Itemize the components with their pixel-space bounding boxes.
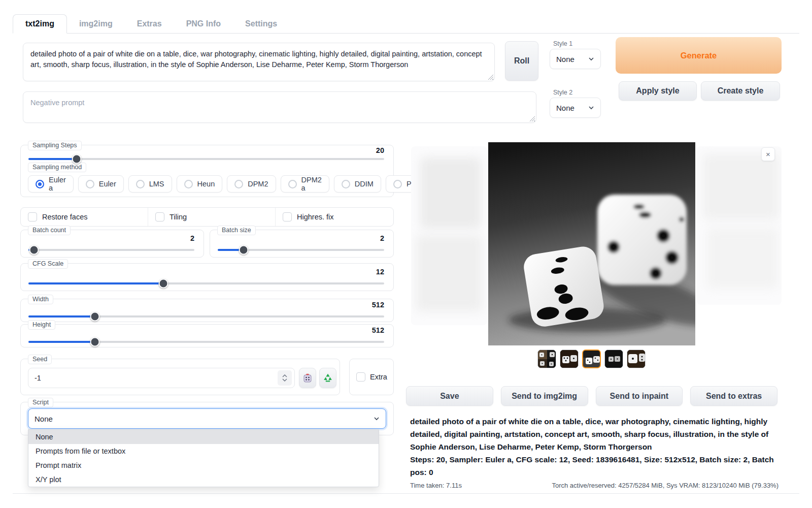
send-to-extras-button[interactable]: Send to extras: [690, 386, 777, 406]
tab-settings[interactable]: Settings: [233, 15, 289, 33]
stepper-up-icon[interactable]: [282, 374, 287, 377]
tab-bar: txt2img img2img Extras PNG Info Settings: [13, 13, 799, 34]
style2-value: None: [556, 104, 574, 112]
chevron-down-icon: [588, 105, 594, 111]
sampling-method-group: Euler a Euler LMS Heun DPM2 DPM2 a DDIM: [28, 175, 393, 193]
slider-handle[interactable]: [72, 154, 81, 164]
tab-txt2img[interactable]: txt2img: [13, 14, 67, 34]
negative-prompt-input[interactable]: [23, 91, 536, 123]
generation-info: detailed photo of a pair of white die on…: [410, 415, 779, 494]
radio-icon[interactable]: [393, 180, 402, 188]
stepper-down-icon[interactable]: [282, 378, 287, 382]
extra-checkbox[interactable]: [356, 372, 365, 382]
random-seed-button[interactable]: [299, 368, 316, 388]
options-row: Restore faces Tiling Highres. fix: [20, 207, 394, 227]
restore-faces-checkbox[interactable]: [28, 212, 37, 221]
thumbnail-1[interactable]: [560, 350, 579, 368]
cfg-scale-slider[interactable]: [28, 282, 384, 284]
container-bottom-border: [13, 493, 799, 494]
height-panel: Height 512: [20, 324, 394, 347]
script-option-prompts-from-file[interactable]: Prompts from file or textbox: [28, 444, 379, 458]
generate-button[interactable]: Generate: [616, 37, 782, 74]
batch-size-slider[interactable]: [218, 249, 384, 251]
sampler-dpm2[interactable]: DPM2: [227, 175, 276, 193]
width-panel: Width 512: [20, 299, 394, 322]
batch-count-value: 2: [190, 234, 194, 242]
highres-fix-checkbox[interactable]: [283, 212, 292, 221]
script-select[interactable]: None: [28, 408, 386, 429]
thumbnail-3[interactable]: [604, 350, 623, 368]
script-option-xy-plot[interactable]: X/Y plot: [28, 472, 379, 487]
cfg-scale-panel: CFG Scale 12: [20, 263, 394, 291]
send-to-inpaint-button[interactable]: Send to inpaint: [596, 386, 683, 406]
seed-input[interactable]: [28, 368, 295, 388]
generated-image[interactable]: [488, 142, 695, 345]
script-option-none[interactable]: None: [28, 430, 379, 444]
chevron-down-icon: [374, 416, 380, 422]
tab-img2img[interactable]: img2img: [67, 15, 125, 33]
script-dropdown-menu: None Prompts from file or textbox Prompt…: [28, 429, 379, 487]
radio-icon[interactable]: [288, 180, 297, 188]
tab-extras[interactable]: Extras: [125, 15, 174, 33]
recycle-icon: [323, 373, 333, 383]
sampler-heun[interactable]: Heun: [177, 175, 223, 193]
extra-panel[interactable]: Extra: [349, 359, 394, 395]
close-gallery-button[interactable]: ×: [761, 147, 775, 161]
radio-icon[interactable]: [342, 180, 350, 188]
tab-png-info[interactable]: PNG Info: [174, 15, 233, 33]
output-params-text: Steps: 20, Sampler: Euler a, CFG scale: …: [410, 453, 779, 479]
radio-icon[interactable]: [86, 180, 94, 188]
batch-size-panel: Batch size 2: [210, 230, 394, 258]
close-icon: ×: [766, 150, 770, 158]
reuse-seed-button[interactable]: [319, 368, 336, 388]
sampling-method-label: Sampling method: [28, 163, 86, 172]
radio-icon[interactable]: [36, 180, 44, 188]
style1-value: None: [556, 55, 574, 64]
apply-style-button[interactable]: Apply style: [619, 81, 697, 101]
slider-handle[interactable]: [90, 337, 100, 347]
dice-photo: [488, 142, 695, 345]
style1-select[interactable]: None: [550, 49, 601, 69]
extra-label: Extra: [370, 373, 387, 381]
sampling-steps-label: Sampling Steps: [28, 141, 82, 150]
roll-button[interactable]: Roll: [505, 41, 538, 81]
radio-icon[interactable]: [136, 180, 145, 188]
thumbnail-grid[interactable]: [537, 350, 556, 368]
slider-handle[interactable]: [29, 245, 39, 255]
sampling-steps-slider[interactable]: [28, 158, 384, 160]
radio-icon[interactable]: [184, 180, 193, 188]
radio-icon[interactable]: [234, 180, 243, 188]
slider-handle[interactable]: [239, 245, 248, 255]
tiling-option[interactable]: Tiling: [148, 208, 275, 226]
batch-count-slider[interactable]: [28, 249, 194, 251]
gallery-actions: Save Send to img2img Send to inpaint Sen…: [406, 386, 777, 406]
width-slider[interactable]: [28, 315, 384, 318]
sampler-dpm2-a[interactable]: DPM2 a: [281, 175, 329, 193]
slider-handle[interactable]: [90, 312, 100, 322]
highres-fix-option[interactable]: Highres. fix: [275, 208, 393, 226]
batch-size-label: Batch size: [217, 226, 256, 235]
sampler-ddim[interactable]: DDIM: [334, 175, 381, 193]
tiling-checkbox[interactable]: [155, 212, 164, 221]
gallery-thumbnails: [537, 350, 646, 368]
txt2img-app: txt2img img2img Extras PNG Info Settings…: [0, 0, 812, 508]
seed-panel: Seed: [20, 359, 340, 395]
create-style-button[interactable]: Create style: [701, 81, 780, 101]
send-to-img2img-button[interactable]: Send to img2img: [501, 386, 588, 406]
save-button[interactable]: Save: [406, 386, 493, 406]
thumbnail-4[interactable]: [627, 350, 646, 368]
style2-select[interactable]: None: [550, 98, 601, 118]
sampler-euler-a[interactable]: Euler a: [28, 175, 74, 193]
height-value: 512: [372, 326, 384, 334]
seed-stepper[interactable]: [278, 370, 292, 386]
sampler-lms[interactable]: LMS: [128, 175, 172, 193]
height-slider[interactable]: [28, 341, 384, 343]
sampler-euler[interactable]: Euler: [78, 175, 124, 193]
restore-faces-option[interactable]: Restore faces: [21, 208, 148, 226]
slider-handle[interactable]: [159, 279, 168, 289]
script-option-prompt-matrix[interactable]: Prompt matrix: [28, 458, 379, 472]
thumbnail-2-selected[interactable]: [582, 350, 601, 368]
dice-icon: [302, 373, 313, 383]
sampling-panel: Sampling Steps 20 Sampling method Euler …: [20, 145, 394, 197]
prompt-input[interactable]: detailed photo of a pair of white die on…: [23, 43, 495, 81]
